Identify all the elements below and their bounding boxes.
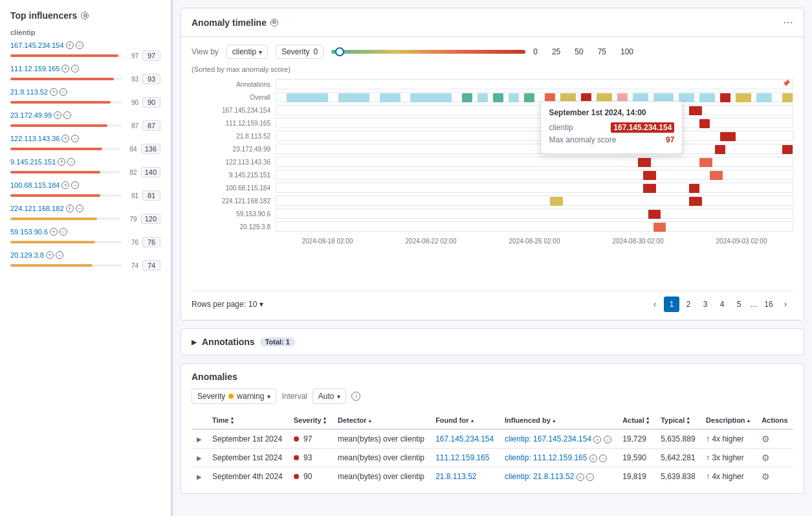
minus-icon[interactable]: −	[56, 251, 63, 259]
influencer-item: 224.121.168.182 + − 79 120	[10, 205, 160, 224]
influenced-plus-icon[interactable]: +	[589, 454, 597, 462]
influencer-bar-row: 90 90	[10, 97, 160, 107]
table-header-row: Time ▲▼ Severity ▲▼ Dete	[192, 412, 793, 429]
plus-icon[interactable]: +	[58, 158, 65, 166]
influenced-minus-icon[interactable]: −	[586, 473, 594, 481]
plus-icon[interactable]: +	[54, 111, 61, 119]
view-by-select[interactable]: clientip ▾	[226, 45, 268, 59]
plus-icon[interactable]: +	[61, 65, 69, 73]
page-numbers: ‹ 1 2 3 4 5 ... 16 ›	[647, 297, 793, 312]
influencer-name[interactable]: 111.12.159.165 + −	[10, 65, 160, 73]
page-5-button[interactable]: 5	[731, 297, 747, 312]
row-cells	[276, 92, 793, 102]
influencer-name[interactable]: 100.68.115.184 + −	[10, 181, 160, 189]
influencer-name[interactable]: 122.113.143.36 + −	[10, 135, 160, 142]
influencer-name[interactable]: 9.145.215.151 + −	[10, 158, 160, 166]
chart-tooltip: September 1st 2024, 14:00 clientip 167.1…	[540, 101, 683, 154]
row-cells	[276, 170, 793, 180]
row-cells	[276, 157, 793, 167]
influencer-badge: 74	[142, 260, 160, 271]
influencer-bar-fill	[10, 101, 111, 104]
slider-thumb[interactable]	[335, 47, 344, 56]
influencer-name[interactable]: 21.8.113.52 + −	[10, 88, 160, 96]
influencer-name[interactable]: 224.121.168.182 + −	[10, 205, 160, 212]
th-actual[interactable]: Actual ▲▼	[617, 412, 655, 429]
plus-icon[interactable]: +	[50, 228, 58, 236]
row-actions-gear-icon[interactable]: ⚙	[762, 434, 770, 444]
th-detector[interactable]: Detector ▲	[333, 412, 430, 429]
page-16-button[interactable]: 16	[761, 297, 776, 312]
interval-info-icon[interactable]: i	[351, 392, 360, 401]
timeline-info-icon[interactable]: ⚙	[270, 19, 278, 27]
prev-page-button[interactable]: ‹	[647, 297, 663, 312]
panel-menu-icon[interactable]: ⋯	[783, 16, 793, 28]
influencer-item: 23.172.49.99 + − 87 87	[10, 111, 160, 131]
influencer-score-label: 79	[124, 216, 137, 223]
minus-icon[interactable]: −	[71, 181, 79, 189]
th-severity[interactable]: Severity ▲▼	[289, 412, 333, 429]
minus-icon[interactable]: −	[76, 205, 83, 212]
plus-icon[interactable]: +	[66, 205, 74, 212]
th-influenced-by[interactable]: Influenced by ▲	[499, 412, 617, 429]
influencer-bar-container	[10, 78, 122, 80]
influencer-name[interactable]: 20.129.3.8 + −	[10, 251, 160, 259]
th-typical[interactable]: Typical ▲▼	[655, 412, 701, 429]
sorted-by-label: (Sorted by max anomaly score)	[192, 65, 793, 73]
row-actions: ⚙	[756, 467, 793, 486]
cell-block	[782, 145, 793, 154]
plus-icon[interactable]: +	[46, 251, 54, 259]
row-found-for: 21.8.113.52	[430, 467, 499, 486]
minus-icon[interactable]: −	[60, 88, 67, 96]
row-expand-button[interactable]: ▶	[197, 436, 202, 443]
table-row: ▶ September 1st 2024 93 mean(bytes) over…	[192, 449, 793, 467]
influencer-item: 167.145.234.154 + − 97 97	[10, 41, 160, 61]
plus-icon[interactable]: +	[61, 181, 69, 189]
influenced-plus-icon[interactable]: +	[576, 473, 584, 481]
page-4-button[interactable]: 4	[714, 297, 730, 312]
th-time[interactable]: Time ▲▼	[207, 412, 289, 429]
rows-per-page-control[interactable]: Rows per page: 10 ▾	[192, 300, 263, 309]
page-1-button[interactable]: 1	[664, 297, 679, 312]
minus-icon[interactable]: −	[63, 111, 71, 119]
next-page-button[interactable]: ›	[778, 297, 793, 312]
row-actions-gear-icon[interactable]: ⚙	[762, 453, 770, 463]
influenced-minus-icon[interactable]: −	[599, 454, 607, 462]
row-time: September 1st 2024	[207, 429, 289, 449]
view-by-label: View by	[192, 47, 219, 56]
row-cells	[276, 196, 793, 206]
influenced-minus-icon[interactable]: −	[604, 436, 611, 443]
influencer-name[interactable]: 167.145.234.154 + −	[10, 41, 160, 49]
sidebar-settings-icon[interactable]: ⚙	[81, 12, 89, 19]
influencer-name[interactable]: 59.153.90.6 + −	[10, 228, 160, 236]
plus-icon[interactable]: +	[66, 41, 74, 49]
influenced-plus-icon[interactable]: +	[593, 436, 601, 443]
minus-icon[interactable]: −	[60, 228, 67, 236]
th-found-for[interactable]: Found for ▲	[430, 412, 499, 429]
th-description[interactable]: Description ▲	[701, 412, 756, 429]
minus-icon[interactable]: −	[71, 65, 79, 73]
row-found-for: 111.12.159.165	[430, 449, 499, 467]
annotations-title[interactable]: ▶ Annotations Total: 1	[192, 337, 793, 347]
page-2-button[interactable]: 2	[681, 297, 696, 312]
severity-filter-pill[interactable]: Severity warning ▾	[192, 388, 276, 404]
page-3-button[interactable]: 3	[697, 297, 713, 312]
severity-slider-track[interactable]	[331, 50, 525, 54]
row-expand-button[interactable]: ▶	[197, 454, 202, 462]
interval-filter-pill[interactable]: Auto ▾	[313, 388, 347, 404]
influencer-bar-container	[10, 54, 122, 57]
minus-icon[interactable]: −	[67, 158, 75, 166]
influencer-score-label: 74	[126, 262, 138, 269]
row-actual: 19,819	[617, 467, 655, 486]
severity-dot-icon	[294, 436, 299, 442]
row-expand-button[interactable]: ▶	[197, 473, 202, 480]
plus-icon[interactable]: +	[61, 135, 69, 142]
minus-icon[interactable]: −	[76, 41, 83, 49]
severity-pill[interactable]: Severity 0	[276, 45, 324, 59]
plus-icon[interactable]: +	[50, 88, 58, 96]
view-by-value: clientip	[232, 47, 256, 56]
influencer-name[interactable]: 23.172.49.99 + −	[10, 111, 160, 119]
minus-icon[interactable]: −	[71, 135, 79, 142]
row-severity: 97	[289, 429, 333, 449]
row-actions-gear-icon[interactable]: ⚙	[762, 471, 770, 482]
annotations-pin-icon: 📌	[782, 80, 790, 87]
